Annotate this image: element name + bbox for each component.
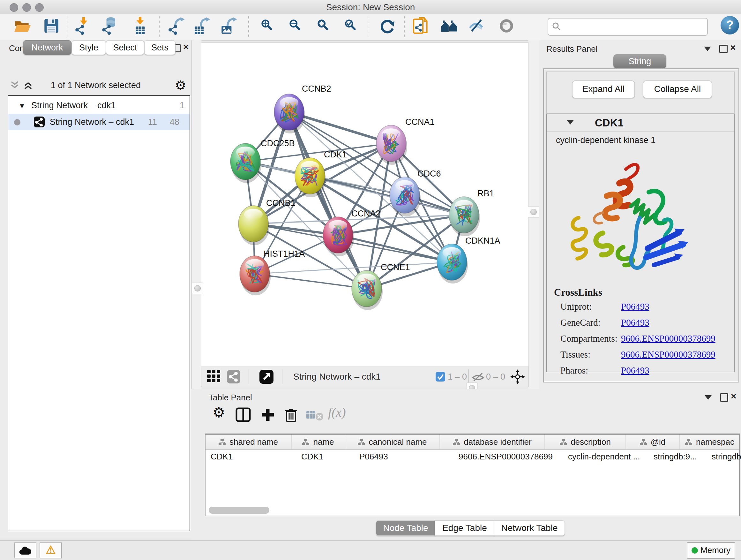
table-horizontal-scrollbar[interactable] [209,507,269,514]
column-header-name[interactable]: name [292,435,345,449]
left-splitter-handle[interactable] [192,283,203,294]
gene-header-row[interactable]: CDK1 [547,114,734,132]
control-panel-close-icon[interactable]: × [183,44,189,51]
selected-checkbox-icon[interactable] [435,372,445,381]
network-node-CCNB2[interactable] [274,94,305,133]
memory-button[interactable]: Memory [687,542,735,559]
cloud-status-button[interactable] [14,543,37,558]
network-node-CCNB1[interactable] [239,206,269,245]
hidden-eye-icon[interactable] [471,372,485,382]
table-cell[interactable]: CDK1 [205,450,296,463]
zoom-selected-icon[interactable] [342,17,360,36]
crosslink-pharos-link[interactable]: P06493 [621,365,650,376]
network-edge[interactable] [255,274,367,289]
results-panel-menu-icon[interactable] [704,47,711,51]
right-splitter-handle[interactable] [528,206,539,218]
results-panel-close-icon[interactable]: × [730,44,736,51]
zoom-in-icon[interactable] [259,17,277,36]
delete-table-icon[interactable] [307,410,324,421]
tab-network[interactable]: Network [23,40,71,55]
network-node-CCNA1[interactable] [376,125,407,165]
export-image-icon[interactable] [219,17,238,36]
network-node-label: CDC25B [261,138,295,148]
import-network-database-icon[interactable] [100,17,119,36]
table-cell[interactable]: cyclin-dependent ... [563,450,649,463]
home-icon[interactable] [441,17,459,36]
column-header-database-identifier[interactable]: database identifier [440,435,545,449]
table-panel-float-icon[interactable] [720,393,728,401]
import-network-file-icon[interactable] [73,17,92,36]
tab-sets[interactable]: Sets [144,40,176,55]
search-field[interactable] [548,18,708,36]
expand-collapse-box: Expand All Collapse All [546,71,735,114]
graphics-details-icon[interactable] [467,17,486,36]
network-edge[interactable] [289,112,367,289]
tab-string[interactable]: String [613,54,666,68]
divider [282,369,282,384]
export-table-icon[interactable] [192,17,211,36]
tab-edge-table[interactable]: Edge Table [434,520,495,536]
network-node-CDK1[interactable] [295,158,326,197]
string-import-icon[interactable] [412,17,431,36]
crosslink-uniprot-link[interactable]: P06493 [621,301,650,312]
table-panel-menu-icon[interactable] [704,395,712,400]
zoom-fit-icon[interactable] [315,17,333,36]
warning-status-button[interactable]: ⚠ [40,543,62,558]
toolbar-divider [68,16,68,37]
show-columns-icon[interactable] [235,408,251,422]
expand-all-button[interactable]: Expand All [572,80,635,98]
save-session-icon[interactable] [42,17,61,36]
view-network-icon[interactable] [227,370,240,383]
network-node-CDKN1A[interactable] [437,244,468,284]
column-header-shared-name[interactable]: shared name [205,435,292,449]
collapse-all-button[interactable]: Collapse All [643,80,712,98]
tab-style[interactable]: Style [71,40,106,55]
add-column-icon[interactable] [260,408,275,422]
open-session-icon[interactable] [13,17,32,36]
tab-node-table[interactable]: Node Table [376,520,435,536]
function-builder-icon[interactable]: f(x) [328,405,346,420]
search-input[interactable] [563,20,702,33]
birds-eye-icon[interactable] [497,17,516,36]
tab-select[interactable]: Select [106,40,144,55]
network-node-CDC25B[interactable] [230,143,261,183]
view-grid-icon[interactable] [207,370,221,383]
network-row-selected[interactable]: String Network – cdk1 11 48 [8,114,190,130]
table-cell[interactable]: stringdb [706,450,741,463]
crosslink-genecard-link[interactable]: P06493 [621,317,650,328]
table-row[interactable]: CDK1CDK1P064939606.ENSP00000378699cyclin… [205,450,739,463]
column-header--id[interactable]: @id [626,435,680,449]
collapse-gene-icon[interactable] [567,120,574,125]
export-network-icon[interactable] [167,17,186,36]
network-collection-row[interactable]: ▼ String Network – cdk1 1 [8,97,190,114]
delete-column-icon[interactable] [284,408,298,423]
always-show-panel-icon[interactable] [259,370,273,384]
network-node-CDC6[interactable] [390,177,421,216]
column-header-namespac[interactable]: namespac [680,435,740,449]
column-header-description[interactable]: description [545,435,626,449]
table-panel-close-icon[interactable]: × [731,393,737,400]
network-node-CCNA2[interactable] [323,217,354,256]
network-node-HIST1H1A[interactable] [240,256,271,295]
network-node-label: HIST1H1A [264,249,305,259]
table-cell[interactable]: 9606.ENSP00000378699 [454,450,563,463]
crosslink-tissues-link[interactable]: 9606.ENSP00000378699 [621,349,716,360]
column-header-canonical-name[interactable]: canonical name [345,435,440,449]
results-panel-float-icon[interactable] [719,45,728,53]
table-cell[interactable]: CDK1 [296,450,354,463]
import-table-icon[interactable] [131,17,149,36]
tab-network-table[interactable]: Network Table [494,520,565,536]
crosslink-compartments-link[interactable]: 9606.ENSP00000378699 [621,333,716,344]
table-cell[interactable]: stringdb:9... [649,450,706,463]
zoom-out-icon[interactable] [286,17,305,36]
network-options-gear-icon[interactable]: ⚙ [175,78,186,92]
table-cell[interactable]: P06493 [354,450,454,463]
refresh-icon[interactable] [378,17,396,36]
network-canvas[interactable]: CCNB2CCNA1CDC25BCDK1CDC6RB1CCNB1CCNA2CDK… [201,43,529,367]
table-options-gear-icon[interactable]: ⚙ [212,404,225,421]
help-icon[interactable]: ? [721,16,739,35]
network-node-RB1[interactable] [449,197,480,236]
left-splitter[interactable] [192,40,201,389]
pan-crosshair-icon[interactable] [510,369,525,384]
network-node-CCNE1[interactable] [352,270,383,310]
